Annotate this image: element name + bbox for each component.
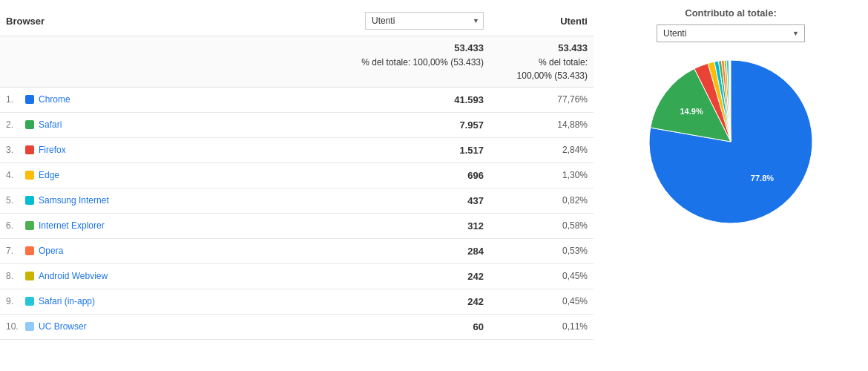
- browser-color-indicator: [25, 171, 34, 180]
- metric-value: 696: [178, 170, 490, 181]
- row-number: 8.: [6, 271, 21, 281]
- browser-color-indicator: [25, 196, 34, 205]
- browser-color-indicator: [25, 120, 34, 129]
- table-row: 10. UC Browser 60 0,11%: [0, 315, 594, 340]
- browser-name-link[interactable]: Chrome: [39, 94, 70, 105]
- metric-value: 242: [178, 271, 490, 282]
- data-rows-container: 1. Chrome 41.593 77,76% 2. Safari 7.957 …: [0, 88, 594, 340]
- table-row: 4. Edge 696 1,30%: [0, 163, 594, 188]
- row-number: 5.: [6, 195, 21, 206]
- row-number: 7.: [6, 246, 21, 256]
- row-number: 3.: [6, 145, 21, 155]
- utenti-percent: 0,45%: [490, 271, 594, 281]
- row-number: 10.: [6, 321, 21, 332]
- browser-cell: 7. Opera: [0, 246, 178, 256]
- utenti-percent: 2,84%: [490, 145, 594, 155]
- table-row: 7. Opera 284 0,53%: [0, 239, 594, 264]
- metric-value: 437: [178, 195, 490, 206]
- browser-color-indicator: [25, 272, 34, 280]
- browser-color-indicator: [25, 297, 34, 306]
- main-container: Browser Utenti Utenti 53.433 % del total…: [0, 0, 868, 371]
- browser-cell: 9. Safari (in-app): [0, 296, 178, 306]
- pie-chart: 77.8%14.9%: [642, 53, 820, 231]
- totals-metric: 53.433 % del totale: 100,00% (53.433): [178, 41, 490, 82]
- row-number: 9.: [6, 296, 21, 306]
- totals-utenti: 53.433 % del totale:100,00% (53.433): [490, 41, 594, 82]
- utenti-percent: 0,53%: [490, 246, 594, 256]
- row-number: 2.: [6, 119, 21, 130]
- browser-col-header: Browser: [0, 16, 178, 27]
- utenti-percent: 0,82%: [490, 195, 594, 206]
- row-number: 6.: [6, 220, 21, 231]
- metric-value: 41.593: [178, 94, 490, 105]
- row-number: 1.: [6, 94, 21, 105]
- totals-metric-sub: % del totale: 100,00% (53.433): [361, 57, 484, 68]
- browser-cell: 6. Internet Explorer: [0, 220, 178, 231]
- row-number: 4.: [6, 170, 21, 180]
- utenti-percent: 0,58%: [490, 220, 594, 231]
- browser-color-indicator: [25, 95, 34, 104]
- metric-value: 60: [178, 321, 490, 332]
- utenti-percent: 0,45%: [490, 296, 594, 306]
- metric-value: 242: [178, 296, 490, 307]
- totals-utenti-value: 53.433: [490, 41, 588, 56]
- metric-value: 312: [178, 220, 490, 232]
- utenti-percent: 0,11%: [490, 321, 594, 332]
- pie-label: 14.9%: [680, 107, 703, 116]
- browser-cell: 5. Samsung Internet: [0, 195, 178, 206]
- browser-cell: 2. Safari: [0, 119, 178, 130]
- table-row: 6. Internet Explorer 312 0,58%: [0, 214, 594, 239]
- browser-name-link[interactable]: Opera: [39, 246, 63, 256]
- table-row: 5. Samsung Internet 437 0,82%: [0, 188, 594, 214]
- metric-value: 1.517: [178, 145, 490, 156]
- pie-label: 77.8%: [751, 174, 774, 183]
- totals-metric-value: 53.433: [178, 41, 484, 56]
- browser-cell: 4. Edge: [0, 170, 178, 180]
- utenti-percent: 14,88%: [490, 119, 594, 130]
- browser-name-link[interactable]: Edge: [39, 170, 59, 180]
- table-row: 8. Android Webview 242 0,45%: [0, 264, 594, 289]
- utenti-col-header: Utenti: [490, 16, 594, 27]
- browser-cell: 10. UC Browser: [0, 321, 178, 332]
- browser-name-link[interactable]: Android Webview: [39, 271, 108, 281]
- utenti-percent: 1,30%: [490, 170, 594, 180]
- browser-name-link[interactable]: Firefox: [39, 145, 66, 155]
- right-panel-title: Contributo al totale:: [605, 7, 857, 19]
- browser-cell: 1. Chrome: [0, 94, 178, 105]
- browser-name-link[interactable]: Safari: [39, 119, 62, 130]
- browser-color-indicator: [25, 322, 34, 331]
- browser-color-indicator: [25, 221, 34, 230]
- table-row: 1. Chrome 41.593 77,76%: [0, 88, 594, 113]
- browser-name-link[interactable]: Safari (in-app): [39, 296, 95, 306]
- browser-cell: 8. Android Webview: [0, 271, 178, 281]
- pie-chart-wrapper: 77.8%14.9%: [642, 53, 820, 231]
- utenti-percent: 77,76%: [490, 94, 594, 105]
- browser-name-link[interactable]: Internet Explorer: [39, 220, 105, 231]
- table-row: 2. Safari 7.957 14,88%: [0, 113, 594, 138]
- browser-name-link[interactable]: Samsung Internet: [39, 195, 109, 206]
- browser-cell: 3. Firefox: [0, 145, 178, 155]
- left-panel: Browser Utenti Utenti 53.433 % del total…: [0, 0, 594, 371]
- right-panel: Contributo al totale: Utenti 77.8%14.9%: [594, 0, 868, 371]
- browser-name-link[interactable]: UC Browser: [39, 321, 87, 332]
- metric-value: 7.957: [178, 119, 490, 131]
- table-header: Browser Utenti Utenti: [0, 7, 594, 36]
- browser-color-indicator: [25, 246, 34, 255]
- right-dropdown-wrapper[interactable]: Utenti: [605, 24, 857, 42]
- table-row: 9. Safari (in-app) 242 0,45%: [0, 289, 594, 315]
- table-row: 3. Firefox 1.517 2,84%: [0, 138, 594, 163]
- browser-color-indicator: [25, 145, 34, 154]
- metric-value: 284: [178, 246, 490, 257]
- totals-spacer: [0, 41, 178, 82]
- metric-col-header: Utenti: [178, 12, 490, 30]
- right-dropdown[interactable]: Utenti: [657, 24, 805, 42]
- metric-dropdown-wrapper[interactable]: Utenti: [365, 12, 484, 30]
- totals-utenti-sub: % del totale:100,00% (53.433): [517, 57, 588, 81]
- metric-dropdown[interactable]: Utenti: [365, 12, 484, 30]
- totals-row: 53.433 % del totale: 100,00% (53.433) 53…: [0, 36, 594, 88]
